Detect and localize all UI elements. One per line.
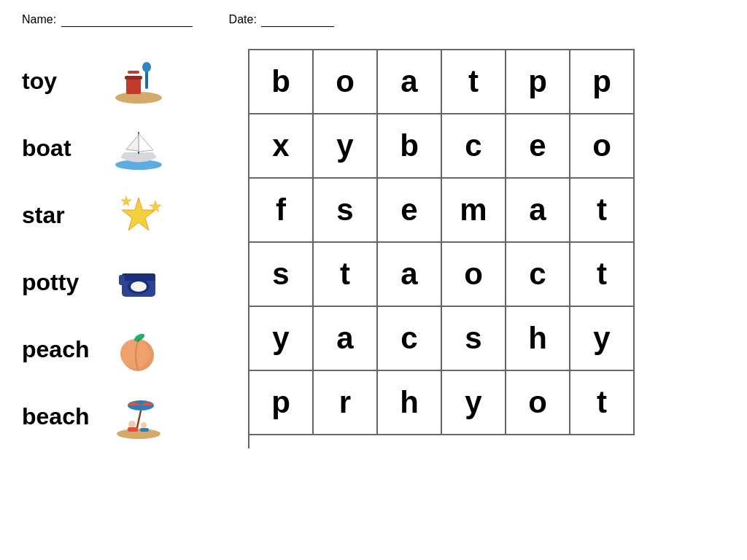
grid-cell-2-1: s — [314, 179, 378, 243]
grid-cell-4-1: a — [314, 307, 378, 371]
peach-image — [109, 324, 168, 375]
grid-cell-1-0: x — [249, 114, 314, 179]
grid-cell-3-3: o — [442, 243, 506, 307]
grid-cell-2-3: m — [442, 179, 506, 243]
grid-cell-0-4: p — [506, 50, 570, 114]
grid-cell-0-3: t — [442, 50, 506, 114]
svg-point-17 — [120, 339, 150, 368]
word-row-peach: peach — [22, 317, 233, 381]
grid-cell-5-0: p — [249, 371, 314, 435]
grid-cell-3-5: t — [570, 243, 635, 307]
grid-cell-5-1: r — [314, 371, 378, 435]
date-underline[interactable] — [261, 13, 334, 27]
name-label: Name: — [22, 13, 193, 27]
svg-rect-24 — [128, 427, 138, 432]
date-text: Date: — [229, 13, 257, 26]
svg-point-14 — [131, 281, 147, 292]
grid-cell-3-2: a — [378, 243, 442, 307]
grid-cell-0-1: o — [314, 50, 378, 114]
svg-point-20 — [117, 429, 160, 439]
grid-cell-2-4: a — [506, 179, 570, 243]
grid-cell-1-1: y — [314, 114, 378, 179]
name-text: Name: — [22, 13, 56, 26]
svg-point-25 — [141, 422, 147, 428]
grid-cell-4-5: y — [570, 307, 635, 371]
grid-cell-3-4: c — [506, 243, 570, 307]
name-underline[interactable] — [61, 13, 193, 27]
grid-cell-0-5: p — [570, 50, 635, 114]
grid-cell-1-2: b — [378, 114, 442, 179]
grid-cell-1-4: e — [506, 114, 570, 179]
svg-point-5 — [142, 62, 151, 72]
word-label-potty: potty — [22, 269, 109, 296]
grid-cell-0-2: a — [378, 50, 442, 114]
svg-rect-15 — [119, 275, 125, 285]
star-image — [109, 190, 168, 241]
boat-image — [109, 122, 168, 174]
grid-cell-5-3: y — [442, 371, 506, 435]
word-list: toy boat — [22, 42, 233, 448]
grid-cell-5-2: h — [378, 371, 442, 435]
potty-image — [109, 257, 168, 308]
svg-marker-10 — [121, 196, 131, 206]
word-row-potty: potty — [22, 250, 233, 314]
svg-point-23 — [128, 421, 136, 428]
grid-cell-4-3: s — [442, 307, 506, 371]
grid-cell-1-5: o — [570, 114, 635, 179]
word-label-beach: beach — [22, 403, 109, 430]
word-label-toy: toy — [22, 68, 109, 95]
word-row-star: star — [22, 183, 233, 247]
grid-cell-4-4: h — [506, 307, 570, 371]
grid-cell-1-3: c — [442, 114, 506, 179]
word-row-toy: toy — [22, 49, 233, 113]
grid-cell-4-0: y — [249, 307, 314, 371]
svg-rect-1 — [126, 78, 141, 94]
date-label: Date: — [229, 13, 335, 27]
main-content: toy boat — [0, 34, 747, 456]
grid-cell-3-0: s — [249, 243, 314, 307]
svg-rect-3 — [128, 71, 139, 74]
grid-cell-5-4: o — [506, 371, 570, 435]
grid-cell-2-0: f — [249, 179, 314, 243]
grid-cell-5-5: t — [570, 371, 635, 435]
grid-cell-4-2: c — [378, 307, 442, 371]
grid-cell-2-5: t — [570, 179, 635, 243]
grid-cell-0-0: b — [249, 50, 314, 114]
word-label-star: star — [22, 202, 109, 229]
word-search-grid: boatppxybceofsematstaoctyacshyprhyot — [248, 49, 635, 448]
word-label-boat: boat — [22, 135, 109, 162]
grid-cell-3-1: t — [314, 243, 378, 307]
svg-rect-2 — [125, 76, 142, 79]
word-row-boat: boat — [22, 116, 233, 180]
svg-rect-26 — [140, 428, 149, 432]
toy-image — [109, 55, 168, 106]
grid-cell-2-2: e — [378, 179, 442, 243]
header: Name: Date: — [0, 0, 747, 34]
word-label-peach: peach — [22, 336, 109, 363]
word-row-beach: beach — [22, 384, 233, 448]
beach-image — [109, 391, 168, 442]
